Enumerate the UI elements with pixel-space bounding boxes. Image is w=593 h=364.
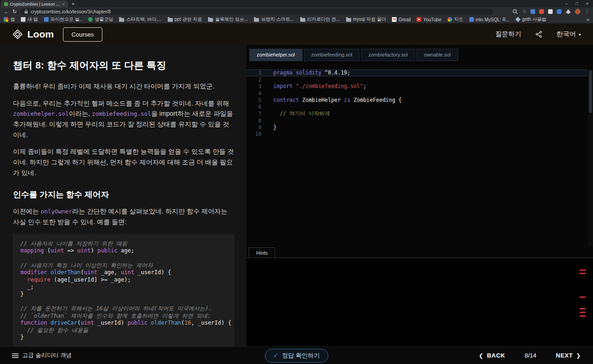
bookmark-item[interactable]: Gmail xyxy=(392,17,410,22)
code-line: // 필요한 함수 내용들 xyxy=(20,327,227,334)
menu-kebab-icon[interactable]: ⋮ xyxy=(585,9,589,14)
tab-close-icon[interactable]: × xyxy=(62,2,64,6)
code-token: ^0.4.19; xyxy=(322,69,350,76)
tab-title: CryptoZombies | Lesson ... xyxy=(10,2,59,6)
courses-button[interactable]: Courses xyxy=(63,27,102,42)
code-token: _userId) { xyxy=(134,269,171,276)
editor-code-line[interactable]: 10 xyxy=(246,131,593,138)
course-nav[interactable]: 고급 솔리디티 개념 xyxy=(12,351,72,359)
menu-list-icon xyxy=(12,353,19,358)
scrollbar-thumb[interactable] xyxy=(589,70,592,113)
extensions-puzzle-icon[interactable] xyxy=(566,9,571,14)
bookmark-item[interactable]: YouTube xyxy=(416,17,441,22)
code-token: uint xyxy=(81,320,94,326)
code-token: ZombieHelper xyxy=(299,97,344,103)
bookmarks-overflow-icon[interactable]: » xyxy=(587,17,589,22)
new-tab-icon[interactable]: + xyxy=(72,1,75,6)
inline-code: zombiefeeding.sol xyxy=(92,110,151,117)
code-token: ( xyxy=(181,320,184,326)
code-token: public xyxy=(127,320,147,326)
blue-icon xyxy=(469,17,474,22)
line-content xyxy=(267,117,273,124)
bookmark-item[interactable]: 스타트랙, 바다,... xyxy=(119,16,162,23)
blue-icon xyxy=(44,17,49,22)
extension-icon-1[interactable] xyxy=(530,9,535,14)
folder-icon xyxy=(208,18,213,22)
code-token: // 차를 운전하기 위해서는 16살 이상이어야 하네(적어도 미국에서는). xyxy=(20,305,212,312)
editor-code-line[interactable]: 8 xyxy=(246,117,593,124)
bookmark-item[interactable]: geth 사용법 xyxy=(516,16,546,23)
line-number: 1 xyxy=(246,69,267,76)
share-icon[interactable] xyxy=(535,31,543,38)
search-icon[interactable] xyxy=(512,9,518,14)
bookmark-item[interactable]: mysql 자료 폴더 xyxy=(346,16,386,23)
bookmark-item[interactable]: 파이썬으로 블.. xyxy=(44,16,82,23)
bookmark-item[interactable]: 생활코딩 xyxy=(88,16,113,23)
editor-code-line[interactable]: 1pragma solidity ^0.4.19; xyxy=(246,69,593,76)
maximize-icon[interactable]: □ xyxy=(575,1,578,6)
back-button[interactable]: ❮ BACK xyxy=(479,352,505,359)
gmail-icon xyxy=(392,17,397,22)
editor-code-line[interactable]: 7 // 여기서 시작하게 xyxy=(246,110,593,117)
course-title: 고급 솔리디티 개념 xyxy=(22,351,72,359)
next-button[interactable]: NEXT ❯ xyxy=(556,352,581,359)
editor-tab-zombiefeeding-sol[interactable]: zombiefeeding.sol xyxy=(304,49,360,61)
address-bar[interactable]: cryptozombies.io/ko/lesson/3/chapter/8 xyxy=(20,9,493,15)
editor-scrollbar[interactable] xyxy=(588,69,593,246)
code-token: => xyxy=(64,247,77,254)
code-token: ( xyxy=(44,247,50,254)
bookmark-item[interactable]: 지도 xyxy=(448,16,463,23)
minimize-icon[interactable]: – xyxy=(565,1,568,6)
bookmark-item[interactable]: into MySQL: R... xyxy=(469,17,510,22)
check-answer-button[interactable]: ✓ 정답 확인하기 xyxy=(265,349,328,363)
language-selector[interactable]: 한국어 ▾ xyxy=(556,30,581,38)
chapter-title: 챕터 8: 함수 제어자의 또 다른 특징 xyxy=(13,59,234,72)
code-line: mapping (uint => uint) public age; xyxy=(20,247,227,255)
code-token: _age, xyxy=(97,269,121,276)
editor-code-line[interactable]: 5contract ZombieHelper is ZombieFeeding … xyxy=(246,97,593,104)
back-label: BACK xyxy=(487,352,505,359)
error-marker xyxy=(580,308,586,309)
bookmark-star-icon[interactable]: ☆ xyxy=(522,9,526,14)
code-token: _userId) xyxy=(94,320,127,326)
extension-icon-2[interactable] xyxy=(539,9,544,14)
loom-logo[interactable]: Loom xyxy=(12,29,54,40)
bookmark-item[interactable]: 새 탭 xyxy=(21,16,38,23)
extension-icon-3[interactable] xyxy=(548,9,553,14)
folder-icon xyxy=(254,18,259,22)
code-token: } xyxy=(273,124,277,131)
code-line: require (age[_userId] >= _age); xyxy=(20,276,227,284)
bookmark-label: 파이썬으로 블.. xyxy=(50,16,82,23)
extension-icon-4[interactable] xyxy=(557,9,561,14)
browser-tab[interactable]: CryptoZombies | Lesson ... × xyxy=(1,0,68,7)
code-line: // `olderThan` 제어자를 인수와 함께 호출하려면 이렇게 하면 … xyxy=(20,313,227,320)
editor-tabbar: zombiehelper.solzombiefeeding.solzombief… xyxy=(246,45,593,61)
editor-code-line[interactable]: 2 xyxy=(246,76,593,83)
app-header: Loom Courses 질문하기 한국어 ▾ xyxy=(0,24,593,45)
profile-avatar[interactable] xyxy=(575,9,580,14)
editor-code-line[interactable]: 3import "./zombiefeeding.sol"; xyxy=(246,83,593,90)
hints-tab[interactable]: Hints xyxy=(249,247,275,258)
bookmark-item[interactable]: 앱 xyxy=(4,16,15,23)
bookmark-label: 블록체인 정보... xyxy=(215,16,248,23)
check-answer-label: 정답 확인하기 xyxy=(282,351,320,360)
bookmark-item[interactable]: 블록체인 정보... xyxy=(208,16,248,23)
code-token: // 사용자가 특정 나이 이상인지 확인하는 제어자 xyxy=(20,262,153,269)
bookmark-item[interactable]: 리카르디안 컨... xyxy=(300,16,340,23)
bookmark-item[interactable]: 브랜치 스마트... xyxy=(254,16,294,23)
editor-code-line[interactable]: 9} xyxy=(246,124,593,131)
code-editor[interactable]: 1pragma solidity ^0.4.19;23import "./zom… xyxy=(246,69,593,246)
editor-code-line[interactable]: 4 xyxy=(246,90,593,97)
code-token: (age[_userId] >= _age); xyxy=(50,276,131,283)
code-token: driveCar xyxy=(47,320,77,326)
close-icon[interactable]: × xyxy=(586,1,588,6)
code-line xyxy=(20,298,227,305)
editor-tab-zombiefactory-sol[interactable]: zombiefactory.sol xyxy=(361,49,415,61)
back-icon[interactable]: ← xyxy=(4,9,9,14)
editor-code-line[interactable]: 6 xyxy=(246,103,593,110)
editor-tab-zombiehelper-sol[interactable]: zombiehelper.sol xyxy=(249,49,303,61)
bookmark-item[interactable]: ppt 관련 자료 xyxy=(168,16,202,23)
refresh-icon[interactable]: ↻ xyxy=(13,9,17,14)
editor-tab-ownable-sol[interactable]: ownable.sol xyxy=(416,49,458,61)
ask-question-link[interactable]: 질문하기 xyxy=(495,30,521,38)
